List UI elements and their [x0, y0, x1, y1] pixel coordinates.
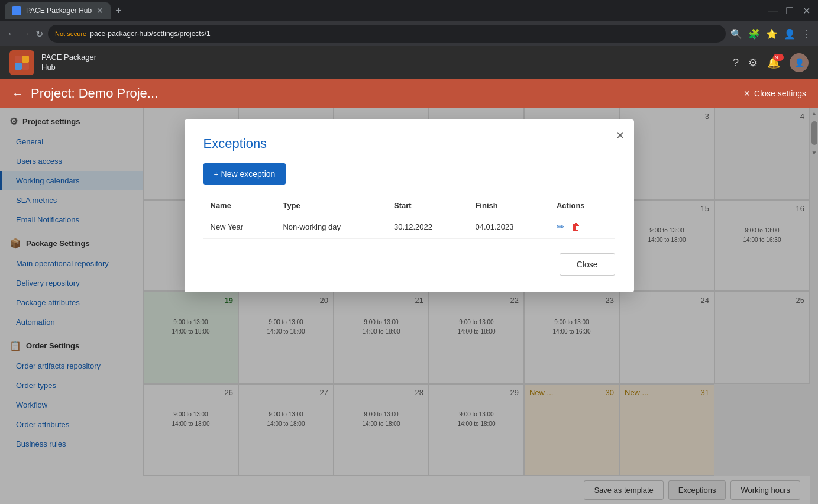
close-window-button[interactable]: ✕ — [799, 5, 813, 17]
main-content: ⚙ Project settings General Users access … — [0, 108, 818, 504]
url-display: pace-packager-hub/settings/projects/1 — [90, 30, 210, 38]
col-header-start: Start — [387, 196, 468, 215]
back-button[interactable]: ← — [7, 28, 17, 39]
modal-close-button[interactable]: ✕ — [616, 129, 625, 142]
app-name: PACE Packager Hub — [41, 53, 96, 73]
close-settings-label: Close settings — [754, 89, 806, 98]
help-icon[interactable]: ? — [733, 57, 739, 69]
modal-footer: Close — [203, 253, 615, 276]
close-settings-button[interactable]: ✕ Close settings — [743, 89, 806, 98]
svg-rect-0 — [15, 56, 22, 63]
edit-exception-button[interactable]: ✏ — [557, 222, 564, 232]
browser-tab[interactable]: PACE Packager Hub ✕ — [5, 2, 111, 19]
profile-icon[interactable]: 👤 — [784, 28, 796, 40]
modal-overlay: ✕ Exceptions + New exception Name Type S… — [0, 108, 818, 504]
avatar[interactable]: 👤 — [790, 53, 809, 72]
app-wrapper: PACE Packager Hub ? ⚙ 🔔 9+ 👤 ← Project: … — [0, 46, 818, 504]
col-header-actions: Actions — [549, 196, 615, 215]
app-header: PACE Packager Hub ? ⚙ 🔔 9+ 👤 — [0, 46, 818, 79]
search-toolbar-icon[interactable]: 🔍 — [730, 28, 742, 40]
notifications-icon[interactable]: 🔔 9+ — [767, 56, 780, 69]
col-header-finish: Finish — [468, 196, 549, 215]
new-exception-button[interactable]: + New exception — [203, 163, 286, 185]
bookmark-icon[interactable]: ⭐ — [766, 28, 778, 40]
modal-title: Exceptions — [203, 136, 615, 151]
new-tab-button[interactable]: + — [115, 5, 122, 17]
window-controls: — ☐ ✕ — [766, 5, 813, 17]
maximize-button[interactable]: ☐ — [783, 5, 797, 17]
reload-button[interactable]: ↻ — [35, 28, 43, 40]
address-bar[interactable]: Not secure pace-packager-hub/settings/pr… — [48, 25, 726, 43]
forward-button[interactable]: → — [21, 28, 31, 39]
svg-rect-1 — [22, 56, 29, 63]
browser-chrome: PACE Packager Hub ✕ + — ☐ ✕ — [0, 0, 818, 21]
modal-close-btn[interactable]: Close — [560, 253, 615, 276]
notification-badge: 9+ — [773, 54, 784, 61]
exceptions-modal: ✕ Exceptions + New exception Name Type S… — [185, 119, 634, 292]
header-right: ? ⚙ 🔔 9+ 👤 — [733, 53, 809, 72]
project-banner: ← Project: Demo Proje... ✕ Close setting… — [0, 79, 818, 108]
col-header-name: Name — [203, 196, 276, 215]
minimize-button[interactable]: — — [766, 5, 780, 16]
tab-title: PACE Packager Hub — [26, 7, 92, 15]
delete-exception-button[interactable]: 🗑 — [571, 222, 581, 232]
menu-icon[interactable]: ⋮ — [801, 28, 811, 40]
browser-toolbar: ← → ↻ Not secure pace-packager-hub/setti… — [0, 21, 818, 46]
exception-name: New Year — [203, 215, 276, 239]
settings-icon[interactable]: ⚙ — [748, 56, 758, 69]
toolbar-icons: 🔍 🧩 ⭐ 👤 ⋮ — [730, 28, 811, 40]
tab-close-button[interactable]: ✕ — [96, 6, 104, 15]
exception-type: Non-working day — [276, 215, 387, 239]
exception-start: 30.12.2022 — [387, 215, 468, 239]
back-to-projects-button[interactable]: ← — [12, 87, 24, 101]
exception-row-1: New Year Non-working day 30.12.2022 04.0… — [203, 215, 615, 239]
tab-favicon — [12, 6, 21, 15]
close-settings-icon: ✕ — [743, 89, 751, 98]
col-header-type: Type — [276, 196, 387, 215]
extensions-icon[interactable]: 🧩 — [748, 28, 760, 40]
svg-rect-3 — [22, 63, 29, 70]
security-warning: Not secure — [55, 30, 86, 37]
project-title: Project: Demo Proje... — [31, 86, 158, 101]
exception-actions: ✏ 🗑 — [549, 215, 615, 239]
exception-finish: 04.01.2023 — [468, 215, 549, 239]
app-logo — [9, 50, 34, 75]
exceptions-table: Name Type Start Finish Actions New Year … — [203, 196, 615, 239]
svg-rect-2 — [15, 63, 22, 70]
